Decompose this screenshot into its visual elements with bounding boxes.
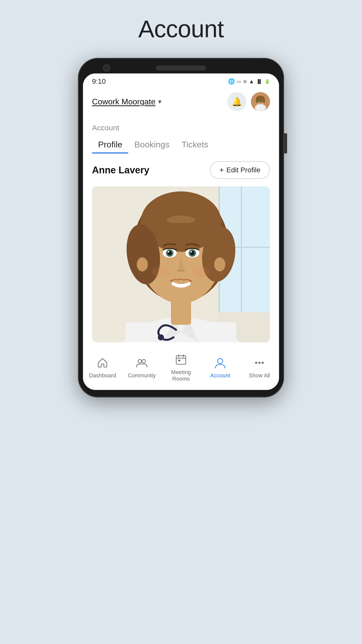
- profile-header: Anne Lavery + Edit Profile: [92, 161, 270, 179]
- phone-top-bar: [83, 65, 279, 70]
- bell-icon: 🔔: [232, 97, 242, 107]
- section-label: Account: [83, 116, 279, 135]
- chevron-down-icon[interactable]: ▾: [158, 98, 161, 106]
- profile-photo: [92, 186, 270, 342]
- status-bar: 9:10 🌐 ▭ ⊘ ▲ ▐▌ 🔋: [83, 73, 279, 88]
- workspace-name[interactable]: Cowork Moorgate: [92, 97, 156, 106]
- nav-meeting-rooms-label: Meeting Rooms: [171, 369, 191, 382]
- plus-icon: +: [219, 166, 224, 174]
- phone-shell: 9:10 🌐 ▭ ⊘ ▲ ▐▌ 🔋 Cowork Moorgate ▾: [78, 58, 284, 397]
- battery-icon: 🔋: [264, 79, 270, 84]
- svg-point-6: [261, 100, 263, 102]
- nav-item-dashboard[interactable]: Dashboard: [83, 357, 122, 379]
- tab-tickets[interactable]: Tickets: [175, 135, 214, 153]
- nav-item-community[interactable]: Community: [122, 357, 161, 379]
- profile-content: Anne Lavery + Edit Profile: [83, 154, 279, 347]
- speaker: [156, 65, 206, 70]
- globe-icon: 🌐: [228, 78, 235, 85]
- status-time: 9:10: [92, 77, 106, 86]
- svg-rect-39: [176, 356, 186, 364]
- svg-point-35: [152, 267, 170, 277]
- svg-rect-4: [262, 98, 265, 103]
- svg-point-34: [190, 251, 192, 253]
- svg-point-25: [137, 257, 148, 271]
- home-icon: [97, 357, 108, 370]
- svg-point-38: [142, 359, 146, 363]
- svg-point-5: [258, 100, 260, 102]
- svg-rect-11: [241, 186, 242, 312]
- svg-point-47: [262, 362, 264, 364]
- svg-point-36: [192, 267, 210, 277]
- wifi-icon: ▲: [249, 78, 254, 85]
- nav-community-label: Community: [128, 372, 156, 379]
- avatar: [251, 92, 270, 111]
- svg-rect-43: [178, 360, 180, 361]
- avatar-svg: [251, 92, 270, 111]
- workspace-selector[interactable]: Cowork Moorgate ▾: [92, 97, 161, 106]
- phone-screen: 9:10 🌐 ▭ ⊘ ▲ ▐▌ 🔋 Cowork Moorgate ▾: [83, 73, 279, 390]
- status-icons: 🌐 ▭ ⊘ ▲ ▐▌ 🔋: [228, 78, 270, 85]
- svg-point-44: [218, 358, 223, 364]
- svg-point-46: [258, 362, 260, 364]
- nav-item-show-all[interactable]: Show All: [240, 357, 279, 379]
- sim-icon: ▭: [237, 79, 241, 84]
- svg-point-30: [168, 251, 169, 253]
- top-nav: Cowork Moorgate ▾ 🔔: [83, 88, 279, 116]
- user-avatar-button[interactable]: [251, 92, 270, 111]
- nav-dashboard-label: Dashboard: [89, 372, 116, 379]
- svg-point-45: [255, 362, 257, 364]
- svg-rect-3: [256, 98, 258, 103]
- tab-bookings[interactable]: Bookings: [128, 135, 175, 153]
- svg-point-17: [158, 334, 164, 340]
- more-icon: [254, 357, 265, 370]
- calendar-icon: [175, 354, 187, 367]
- nav-account-label: Account: [210, 372, 230, 379]
- nav-actions: 🔔: [227, 92, 270, 111]
- tab-bar: Profile Bookings Tickets: [83, 135, 279, 154]
- svg-point-26: [214, 257, 225, 271]
- tab-profile[interactable]: Profile: [92, 135, 128, 153]
- portrait-svg: [92, 186, 270, 342]
- edit-profile-button[interactable]: + Edit Profile: [210, 161, 270, 179]
- nav-show-all-label: Show All: [249, 372, 270, 379]
- front-camera: [103, 64, 110, 71]
- page-title: Account: [138, 15, 224, 43]
- volume-button: [284, 133, 287, 153]
- svg-point-37: [138, 359, 142, 363]
- community-icon: [136, 357, 148, 370]
- account-icon: [214, 357, 226, 370]
- bottom-nav: Dashboard Community: [83, 347, 279, 390]
- signal-icon: ▐▌: [256, 79, 262, 84]
- svg-point-7: [255, 104, 266, 111]
- nav-item-meeting-rooms[interactable]: Meeting Rooms: [161, 354, 201, 382]
- nav-item-account[interactable]: Account: [201, 357, 240, 379]
- do-not-disturb-icon: ⊘: [243, 79, 247, 84]
- notifications-bell-button[interactable]: 🔔: [227, 92, 246, 111]
- edit-profile-label: Edit Profile: [227, 166, 260, 174]
- user-name: Anne Lavery: [92, 165, 149, 176]
